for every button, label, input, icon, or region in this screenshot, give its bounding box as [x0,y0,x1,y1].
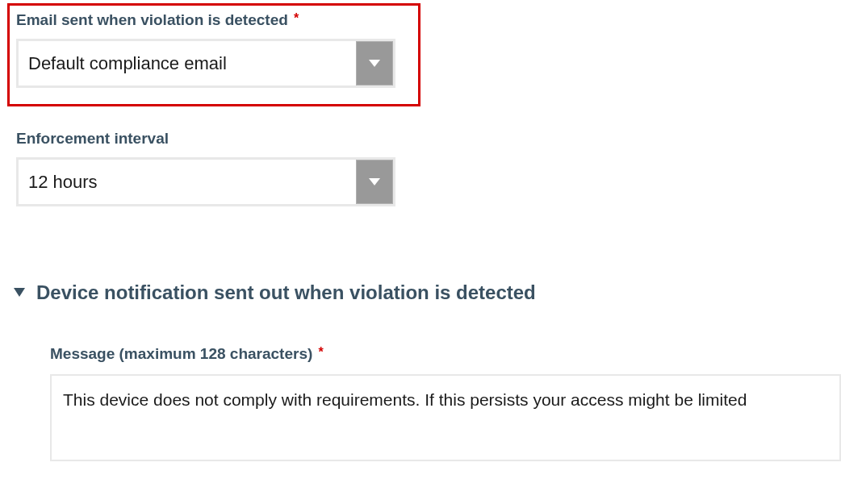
collapse-triangle-icon [14,287,25,298]
message-field-label: Message (maximum 128 characters) * [50,345,841,363]
message-field-label-text: Message (maximum 128 characters) [50,345,312,362]
interval-field-label: Enforcement interval [16,130,395,148]
email-field-group: Email sent when violation is detected * … [16,11,395,88]
required-asterisk: * [294,11,299,25]
message-field-group: Message (maximum 128 characters) * [50,345,841,464]
svg-marker-0 [369,60,380,67]
interval-select[interactable]: 12 hours [16,157,395,206]
section-header[interactable]: Device notification sent out when violat… [14,281,536,304]
required-asterisk: * [319,345,324,359]
email-select-value: Default compliance email [19,53,356,74]
interval-field-group: Enforcement interval 12 hours [16,130,395,206]
dropdown-arrow-icon [356,160,393,204]
interval-field-label-text: Enforcement interval [16,130,169,147]
section-title: Device notification sent out when violat… [36,281,536,304]
svg-marker-1 [369,178,380,185]
message-textarea[interactable] [50,374,841,461]
dropdown-arrow-icon [356,41,393,85]
svg-marker-2 [14,288,25,297]
email-field-label: Email sent when violation is detected * [16,11,395,29]
interval-select-value: 12 hours [19,172,356,193]
email-select[interactable]: Default compliance email [16,39,395,88]
email-field-label-text: Email sent when violation is detected [16,11,288,28]
